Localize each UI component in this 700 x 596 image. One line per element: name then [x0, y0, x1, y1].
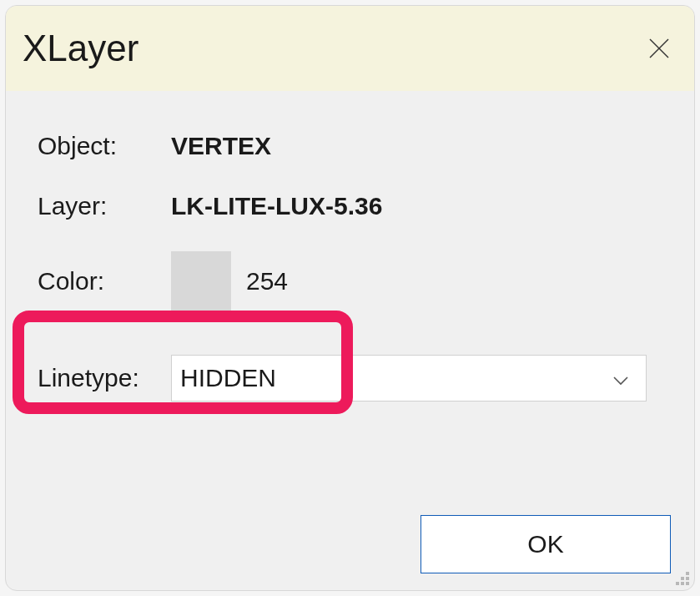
linetype-value: HIDDEN — [180, 364, 276, 392]
color-row: Color: 254 — [29, 238, 671, 325]
color-label: Color: — [29, 267, 171, 295]
dialog-content: Object: VERTEX Layer: LK-LITE-LUX-5.36 C… — [6, 91, 694, 498]
color-swatch — [171, 251, 231, 311]
button-row: OK — [6, 498, 694, 590]
svg-rect-2 — [686, 572, 689, 575]
svg-rect-3 — [681, 577, 684, 580]
layer-row: Layer: LK-LITE-LUX-5.36 — [29, 176, 671, 236]
svg-rect-4 — [686, 577, 689, 580]
object-label: Object: — [29, 132, 171, 160]
linetype-label: Linetype: — [29, 364, 171, 392]
layer-label: Layer: — [29, 192, 171, 220]
xlayer-dialog: XLayer Object: VERTEX Layer: LK-LITE-LUX… — [5, 5, 695, 591]
linetype-row: Linetype: HIDDEN — [29, 341, 671, 415]
svg-rect-5 — [676, 582, 679, 585]
ok-button[interactable]: OK — [421, 515, 671, 573]
dialog-title: XLayer — [23, 28, 138, 69]
svg-rect-7 — [686, 582, 689, 585]
object-value: VERTEX — [171, 132, 271, 160]
resize-grip-icon[interactable] — [671, 567, 691, 587]
svg-rect-6 — [681, 582, 684, 585]
close-icon[interactable] — [647, 37, 671, 60]
layer-value: LK-LITE-LUX-5.36 — [171, 192, 382, 220]
object-row: Object: VERTEX — [29, 116, 671, 176]
color-swatch-group[interactable]: 254 — [171, 251, 288, 311]
ok-button-label: OK — [527, 530, 563, 558]
chevron-down-icon — [611, 368, 631, 388]
color-number: 254 — [246, 267, 288, 295]
titlebar: XLayer — [6, 6, 694, 91]
linetype-select[interactable]: HIDDEN — [171, 355, 647, 402]
